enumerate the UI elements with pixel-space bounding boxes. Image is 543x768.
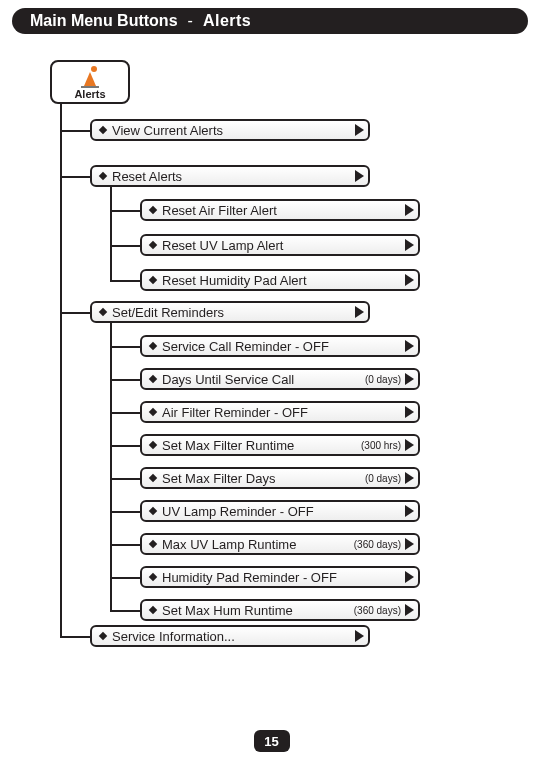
- max-hum-runtime-button[interactable]: Set Max Hum Runtime (360 days): [140, 599, 420, 621]
- menu-label: UV Lamp Reminder - OFF: [162, 504, 401, 519]
- uv-lamp-reminder-button[interactable]: UV Lamp Reminder - OFF: [140, 500, 420, 522]
- bullet-icon: [149, 540, 157, 548]
- max-uv-runtime-button[interactable]: Max UV Lamp Runtime (360 days): [140, 533, 420, 555]
- menu-label: Humidity Pad Reminder - OFF: [162, 570, 401, 585]
- reset-humidity-pad-button[interactable]: Reset Humidity Pad Alert: [140, 269, 420, 291]
- page-number: 15: [264, 734, 278, 749]
- bullet-icon: [149, 241, 157, 249]
- bullet-icon: [149, 408, 157, 416]
- chevron-right-icon: [405, 439, 414, 451]
- alerts-root-label: Alerts: [74, 88, 105, 100]
- menu-label: Set Max Filter Runtime: [162, 438, 361, 453]
- service-call-reminder-button[interactable]: Service Call Reminder - OFF: [140, 335, 420, 357]
- bullet-icon: [149, 606, 157, 614]
- humidity-pad-reminder-button[interactable]: Humidity Pad Reminder - OFF: [140, 566, 420, 588]
- view-current-alerts-button[interactable]: View Current Alerts: [90, 119, 370, 141]
- bullet-icon: [149, 573, 157, 581]
- alerts-icon: [81, 66, 99, 88]
- chevron-right-icon: [405, 571, 414, 583]
- chevron-right-icon: [405, 538, 414, 550]
- menu-label: Service Information...: [112, 629, 355, 644]
- bullet-icon: [149, 276, 157, 284]
- bullet-icon: [99, 308, 107, 316]
- menu-label: Max UV Lamp Runtime: [162, 537, 354, 552]
- service-information-button[interactable]: Service Information...: [90, 625, 370, 647]
- chevron-right-icon: [405, 204, 414, 216]
- menu-value: (300 hrs): [361, 440, 401, 451]
- chevron-right-icon: [355, 124, 364, 136]
- menu-label: Set Max Hum Runtime: [162, 603, 354, 618]
- chevron-right-icon: [405, 274, 414, 286]
- menu-value: (0 days): [365, 374, 401, 385]
- bullet-icon: [99, 126, 107, 134]
- menu-label: Reset Alerts: [112, 169, 355, 184]
- header-subtitle: Alerts: [203, 12, 251, 30]
- alerts-root-button[interactable]: Alerts: [50, 60, 130, 104]
- menu-label: View Current Alerts: [112, 123, 355, 138]
- menu-label: Set Max Filter Days: [162, 471, 365, 486]
- header-separator: -: [188, 12, 193, 30]
- menu-label: Reset Humidity Pad Alert: [162, 273, 405, 288]
- chevron-right-icon: [405, 604, 414, 616]
- bullet-icon: [99, 172, 107, 180]
- chevron-right-icon: [355, 630, 364, 642]
- bullet-icon: [149, 375, 157, 383]
- header-main-title: Main Menu Buttons: [30, 12, 178, 30]
- menu-label: Reset Air Filter Alert: [162, 203, 405, 218]
- bullet-icon: [149, 342, 157, 350]
- chevron-right-icon: [405, 373, 414, 385]
- chevron-right-icon: [405, 239, 414, 251]
- menu-label: Air Filter Reminder - OFF: [162, 405, 401, 420]
- menu-label: Service Call Reminder - OFF: [162, 339, 401, 354]
- reset-air-filter-button[interactable]: Reset Air Filter Alert: [140, 199, 420, 221]
- menu-value: (360 days): [354, 539, 401, 550]
- menu-label: Days Until Service Call: [162, 372, 365, 387]
- chevron-right-icon: [405, 406, 414, 418]
- menu-label: Set/Edit Reminders: [112, 305, 355, 320]
- air-filter-reminder-button[interactable]: Air Filter Reminder - OFF: [140, 401, 420, 423]
- page-header: Main Menu Buttons - Alerts: [12, 8, 528, 34]
- bullet-icon: [99, 632, 107, 640]
- menu-value: (0 days): [365, 473, 401, 484]
- page-number-badge: 15: [254, 730, 290, 752]
- reset-uv-lamp-button[interactable]: Reset UV Lamp Alert: [140, 234, 420, 256]
- chevron-right-icon: [405, 505, 414, 517]
- bullet-icon: [149, 507, 157, 515]
- menu-value: (360 days): [354, 605, 401, 616]
- chevron-right-icon: [405, 472, 414, 484]
- chevron-right-icon: [355, 170, 364, 182]
- bullet-icon: [149, 474, 157, 482]
- chevron-right-icon: [355, 306, 364, 318]
- bullet-icon: [149, 441, 157, 449]
- menu-label: Reset UV Lamp Alert: [162, 238, 405, 253]
- max-filter-days-button[interactable]: Set Max Filter Days (0 days): [140, 467, 420, 489]
- set-edit-reminders-button[interactable]: Set/Edit Reminders: [90, 301, 370, 323]
- days-until-service-button[interactable]: Days Until Service Call (0 days): [140, 368, 420, 390]
- max-filter-runtime-button[interactable]: Set Max Filter Runtime (300 hrs): [140, 434, 420, 456]
- reset-alerts-button[interactable]: Reset Alerts: [90, 165, 370, 187]
- chevron-right-icon: [405, 340, 414, 352]
- bullet-icon: [149, 206, 157, 214]
